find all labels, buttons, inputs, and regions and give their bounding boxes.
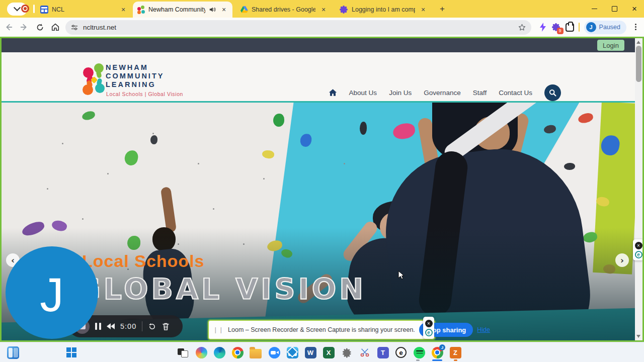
carousel-next-button[interactable]: › <box>615 253 629 267</box>
teams-icon[interactable]: T <box>377 346 389 358</box>
window-restore-button[interactable] <box>606 0 623 18</box>
recorder-rewind-icon[interactable] <box>107 323 115 329</box>
eset-icon[interactable]: e <box>395 346 407 358</box>
share-message: Loom – Screen Recorder & Screen Capture … <box>228 326 415 333</box>
chrome-active-icon[interactable]: J <box>431 346 443 358</box>
widget-e-icon[interactable]: e <box>425 329 433 336</box>
window-minimize-button[interactable] <box>586 0 603 18</box>
screen-share-bar: ❘❘ Loom – Screen Recorder & Screen Captu… <box>208 320 435 340</box>
overlay-widget: e <box>423 317 434 339</box>
reload-button[interactable] <box>33 20 47 34</box>
zextras-icon[interactable]: Z <box>449 346 461 358</box>
widget-e-icon[interactable]: e <box>635 251 642 258</box>
nav-staff[interactable]: Staff <box>473 89 487 97</box>
nav-about-us[interactable]: About Us <box>349 89 377 97</box>
tab-ncl[interactable]: NCL <box>36 2 132 18</box>
recording-indicator-icon <box>21 5 29 13</box>
hero-kicker: Local Schools <box>82 251 205 271</box>
tab-close-icon[interactable] <box>319 5 328 14</box>
extensions-menu-icon[interactable] <box>566 23 574 32</box>
site-logo[interactable]: NEWHAM COMMUNITY LEARNING Local Schools … <box>82 63 243 99</box>
profile-avatar: J <box>586 22 596 32</box>
nav-governance[interactable]: Governance <box>424 89 461 97</box>
spotify-running-indicator <box>416 359 420 361</box>
tab-title: NCL <box>52 6 115 13</box>
tab-close-icon[interactable] <box>219 5 228 14</box>
ncl-favicon <box>40 6 48 14</box>
snipping-tool-icon[interactable] <box>359 346 371 358</box>
page-scrollbar[interactable] <box>635 38 642 340</box>
chrome-icon[interactable] <box>231 346 244 358</box>
profile-status: Paused <box>599 24 620 31</box>
recorder-delete-icon[interactable] <box>162 322 170 331</box>
compliant-extension-icon[interactable]: 9 <box>551 23 561 32</box>
tab-iamcompliant[interactable]: Logging into I am compliant <box>335 2 432 18</box>
scrollbar-thumb[interactable] <box>636 46 641 82</box>
mouse-cursor <box>398 270 405 281</box>
task-view-icon[interactable] <box>177 346 189 358</box>
bolt-extension-icon[interactable] <box>539 23 547 32</box>
scroll-up-icon[interactable] <box>636 41 640 44</box>
file-explorer-icon[interactable] <box>250 346 262 358</box>
taskbar: Search W X T e J Z <box>0 342 644 362</box>
widget-close-icon[interactable] <box>425 320 433 327</box>
forward-button[interactable] <box>17 20 31 34</box>
toolbar-divider <box>579 23 580 32</box>
new-tab-button[interactable] <box>437 4 447 14</box>
back-button[interactable] <box>2 20 16 34</box>
excel-icon[interactable]: X <box>323 346 335 358</box>
spotify-icon[interactable] <box>413 346 425 358</box>
tabstrip-divider <box>33 5 35 13</box>
widgets-icon[interactable] <box>7 346 19 358</box>
mail-icon[interactable] <box>286 346 298 358</box>
copilot-icon[interactable] <box>195 346 207 358</box>
edge-icon[interactable] <box>213 346 225 358</box>
tab-close-icon[interactable] <box>419 5 428 14</box>
logo-text: NEWHAM COMMUNITY LEARNING <box>106 63 164 89</box>
site-topbar: Login <box>2 38 636 52</box>
web-content: Login NEWHAM COMMUNITY LEARNING Local Sc… <box>0 37 644 342</box>
zoom-icon[interactable] <box>268 346 280 358</box>
site-header: NEWHAM COMMUNITY LEARNING Local Schools … <box>2 52 636 101</box>
window-close-button[interactable] <box>626 0 643 18</box>
zextras-running-indicator <box>454 359 457 361</box>
toolbar-extensions-area: 9 J Paused <box>539 18 644 37</box>
word-icon[interactable]: W <box>304 346 316 358</box>
start-button[interactable] <box>65 346 77 358</box>
site-search-button[interactable] <box>544 84 561 101</box>
nav-join-us[interactable]: Join Us <box>389 89 412 97</box>
drive-favicon <box>240 6 248 13</box>
tab-audio-icon[interactable] <box>209 6 216 13</box>
tab-title: Newham Community Learn <box>148 6 205 13</box>
recorder-restart-icon[interactable] <box>148 322 156 331</box>
recorder-divider <box>142 321 142 331</box>
home-button[interactable] <box>48 20 62 34</box>
nav-contact-us[interactable]: Contact Us <box>499 89 532 97</box>
widget-close-icon[interactable] <box>635 242 642 249</box>
tab-title: Logging into I am compliant <box>352 6 415 13</box>
main-navigation: About Us Join Us Governance Staff Contac… <box>329 84 561 101</box>
profile-chip[interactable]: J Paused <box>584 21 626 34</box>
nav-home-icon[interactable] <box>329 88 337 97</box>
recorder-pause-icon[interactable] <box>95 323 101 330</box>
figure-kid-arm <box>160 187 177 233</box>
tab-close-icon[interactable] <box>119 5 128 14</box>
login-button[interactable]: Login <box>597 40 624 51</box>
settings-icon[interactable] <box>341 346 353 358</box>
url-text[interactable]: ncltrust.net <box>83 24 513 31</box>
bookmark-star-icon[interactable] <box>518 23 526 32</box>
tab-newham-active[interactable]: Newham Community Learn <box>133 2 232 18</box>
browser-menu-icon[interactable] <box>631 23 640 32</box>
drag-handle-icon[interactable]: ❘❘ <box>213 326 224 333</box>
tab-title: Shared drives - Google Drive <box>252 6 315 13</box>
recorder-elapsed-time: 5:00 <box>120 322 136 330</box>
chrome-active-indicator <box>432 359 442 361</box>
tab-google-drive[interactable]: Shared drives - Google Drive <box>236 2 332 18</box>
scroll-down-icon[interactable] <box>636 335 640 338</box>
site-info-icon[interactable] <box>70 24 78 32</box>
hide-share-bar-link[interactable]: Hide <box>477 326 490 333</box>
camera-bubble[interactable]: J <box>6 246 98 339</box>
extension-badge: 9 <box>557 28 564 34</box>
address-bar[interactable]: ncltrust.net <box>65 20 531 35</box>
search-icon <box>548 88 557 97</box>
